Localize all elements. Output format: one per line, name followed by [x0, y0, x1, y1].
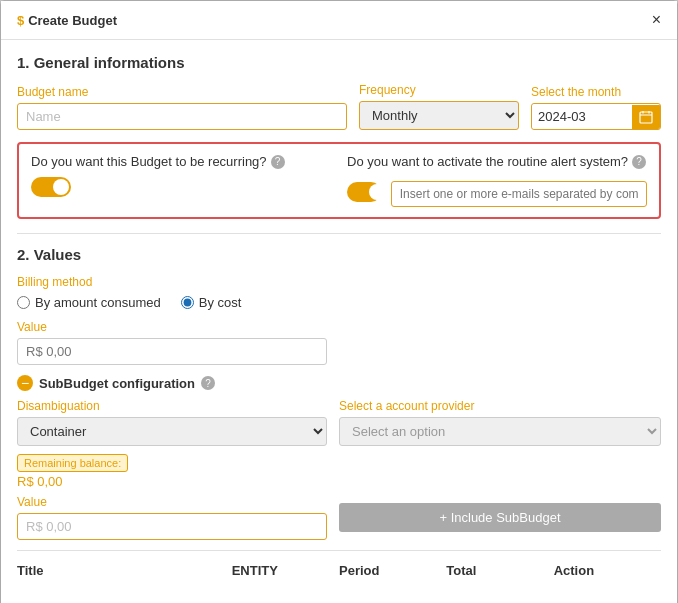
sub-value-input[interactable] — [17, 513, 327, 540]
create-budget-modal: $ Create Budget × 1. General information… — [0, 0, 678, 603]
date-input-wrap — [531, 103, 661, 130]
section2-title: 2. Values — [17, 246, 661, 263]
recurring-info-icon: ? — [271, 155, 285, 169]
modal-header: $ Create Budget × — [1, 1, 677, 40]
subbdget-header: − SubBudget configuration ? — [17, 375, 661, 391]
close-button[interactable]: × — [652, 11, 661, 29]
value-label: Value — [17, 320, 661, 334]
sub-value-group: Value — [17, 495, 327, 540]
subbdget-title: SubBudget configuration — [39, 376, 195, 391]
alert-toggle[interactable] — [347, 182, 381, 202]
month-input[interactable] — [532, 104, 632, 129]
recurring-toggle[interactable] — [31, 177, 71, 197]
subbdget-info-icon: ? — [201, 376, 215, 390]
recurring-label: Do you want this Budget to be recurring?… — [31, 154, 331, 169]
billing-radio-group: By amount consumed By cost — [17, 295, 661, 310]
section1-title: 1. General informations — [17, 54, 661, 71]
calendar-icon[interactable] — [632, 105, 660, 129]
collapse-icon[interactable]: − — [17, 375, 33, 391]
sub-value-label: Value — [17, 495, 327, 509]
modal-body: 1. General informations Budget name Freq… — [1, 40, 677, 596]
general-info-row: Budget name Frequency Monthly Weekly Dai… — [17, 83, 661, 130]
disambig-select[interactable]: Container Service Region — [17, 417, 327, 446]
recurring-right: Do you want to activate the routine aler… — [347, 154, 647, 207]
sub-value-row: Value + Include SubBudget — [17, 495, 661, 540]
frequency-select[interactable]: Monthly Weekly Daily Yearly — [359, 101, 519, 130]
month-label: Select the month — [531, 85, 661, 99]
by-cost-option[interactable]: By cost — [181, 295, 242, 310]
col-period: Period — [339, 559, 446, 582]
alert-info-icon: ? — [632, 155, 646, 169]
remaining-value: R$ 0,00 — [17, 474, 661, 489]
email-input[interactable] — [391, 181, 647, 207]
budget-name-group: Budget name — [17, 85, 347, 130]
provider-select[interactable]: Select an option — [339, 417, 661, 446]
remaining-badge: Remaining balance: — [17, 454, 128, 472]
svg-rect-0 — [640, 112, 652, 123]
col-title: Title — [17, 559, 232, 582]
col-total: Total — [446, 559, 553, 582]
include-subbdget-button[interactable]: + Include SubBudget — [339, 503, 661, 532]
month-group: Select the month — [531, 85, 661, 130]
by-amount-option[interactable]: By amount consumed — [17, 295, 161, 310]
col-entity: ENTITY — [232, 559, 339, 582]
provider-label: Select a account provider — [339, 399, 661, 413]
frequency-group: Frequency Monthly Weekly Daily Yearly — [359, 83, 519, 130]
frequency-label: Frequency — [359, 83, 519, 97]
recurring-section: Do you want this Budget to be recurring?… — [17, 142, 661, 219]
provider-group: Select a account provider Select an opti… — [339, 399, 661, 446]
billing-label: Billing method — [17, 275, 661, 289]
modal-title: $ Create Budget — [17, 12, 117, 28]
budget-name-label: Budget name — [17, 85, 347, 99]
col-action: Action — [554, 559, 661, 582]
subbdget-form-row: Disambiguation Container Service Region … — [17, 399, 661, 446]
alert-label: Do you want to activate the routine aler… — [347, 154, 647, 169]
value-input[interactable] — [17, 338, 327, 365]
disambig-label: Disambiguation — [17, 399, 327, 413]
disambig-group: Disambiguation Container Service Region — [17, 399, 327, 446]
budget-name-input[interactable] — [17, 103, 347, 130]
table-header: Title ENTITY Period Total Action — [17, 550, 661, 582]
recurring-left: Do you want this Budget to be recurring?… — [31, 154, 331, 207]
section-divider — [17, 233, 661, 234]
